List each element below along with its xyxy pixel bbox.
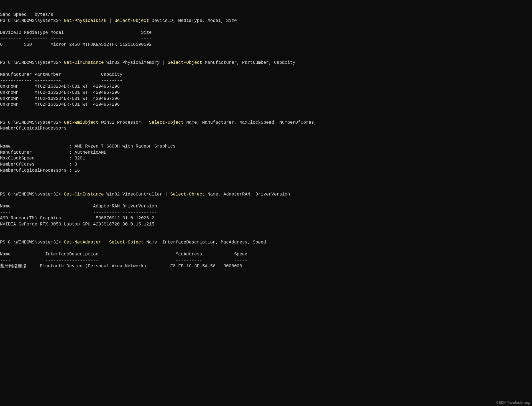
disk-header: DeviceID MediaType Model Size <box>0 30 152 35</box>
cmd1-line: PS C:\WINDOWS\system32> Get-PhysicalDisk… <box>0 18 237 23</box>
cpu-logical: NumberOfLogicalProcessors : 16 <box>0 168 80 173</box>
disk-row-0: 0 SSD Micron_2450_MTFDKBA512TFK 51211019… <box>0 42 152 47</box>
cpu-maxclock: MaxClockSpeed : 3201 <box>0 156 85 161</box>
net-divider: ---- -------------------- ---------- ---… <box>0 258 247 263</box>
gpu-divider: ---- ---------- ------------- <box>0 210 157 215</box>
net-row-1: WLAN MediaTek Wi-Fi 6E MT7922 160MHz Wir… <box>0 270 250 270</box>
mem-row-0: Unknown MT62F1G32D4DR-031 WT 4294967296 <box>0 84 120 89</box>
mem-row-1: Unknown MT62F1G32D4DR-031 WT 4294967296 <box>0 90 120 95</box>
send-speed-line: Send Speed: bytes/s <box>0 12 53 17</box>
mem-divider: ------------ ---------- -------- <box>0 78 122 83</box>
net-row-0: 蓝牙网络连接 Bluetooth Device (Personal Area N… <box>0 264 242 269</box>
disk-divider: -------- --------- ----- ---- <box>0 36 152 41</box>
cmd4-line: PS C:\WINDOWS\system32> Get-CimInstance … <box>0 192 290 197</box>
net-header: Name InterfaceDescription MacAddress Spe… <box>0 252 247 257</box>
cpu-cores: NumberOfCores : 8 <box>0 162 77 167</box>
mem-row-3: Unknown MT62F1G32D4DR-031 WT 4294967296 <box>0 102 120 107</box>
mem-row-2: Unknown MT62F1G32D4DR-031 WT 4294967296 <box>0 96 120 101</box>
gpu-row-1: NVIDIA GeForce RTX 3050 Laptop GPU 42939… <box>0 222 154 227</box>
terminal[interactable]: Send Speed: bytes/s PS C:\WINDOWS\system… <box>0 12 346 270</box>
cmd2-line: PS C:\WINDOWS\system32> Get-CimInstance … <box>0 60 295 65</box>
gpu-header: Name AdapterRAM DriverVersion <box>0 204 157 209</box>
cmd3-line2: NumberOfLogicalProcessors <box>0 126 66 131</box>
cpu-name: Name : AMD Ryzen 7 6800H with Radeon Gra… <box>0 144 176 149</box>
cmd3-line: PS C:\WINDOWS\system32> Get-WmiObject Wi… <box>0 120 317 125</box>
cpu-manufacturer: Manufacturer : AuthenticAMD <box>0 150 106 155</box>
gpu-row-0: AMD Radeon(TM) Graphics 536870912 31.0.1… <box>0 216 154 221</box>
mem-header: Manufacturer PartNumber Capacity <box>0 72 122 77</box>
cmd5-line: PS C:\WINDOWS\system32> Get-NetAdapter |… <box>0 240 266 245</box>
